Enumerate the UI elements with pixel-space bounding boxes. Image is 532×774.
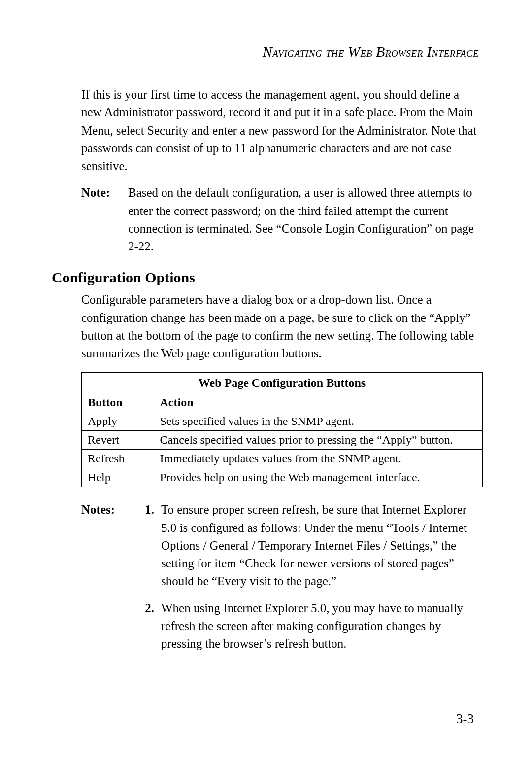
cell-action: Immediately updates values from the SNMP…: [154, 450, 482, 468]
table-caption: Web Page Configuration Buttons: [82, 373, 483, 393]
notes-item-number: 1.: [134, 501, 161, 590]
notes-item-text: When using Internet Explorer 5.0, you ma…: [161, 599, 483, 653]
note-label: Note:: [81, 184, 128, 255]
notes-block: Notes: 1. To ensure proper screen refres…: [81, 501, 483, 662]
notes-item: 2. When using Internet Explorer 5.0, you…: [134, 599, 483, 653]
table-row: Help Provides help on using the Web mana…: [82, 468, 483, 487]
section-paragraph: Configurable parameters have a dialog bo…: [81, 291, 483, 362]
table-header-button: Button: [82, 393, 154, 412]
table-row: Refresh Immediately updates values from …: [82, 450, 483, 468]
cell-action: Provides help on using the Web managemen…: [154, 468, 482, 487]
cell-button: Apply: [82, 412, 154, 431]
cell-button: Revert: [82, 431, 154, 450]
cell-action: Cancels specified values prior to pressi…: [154, 431, 482, 450]
table-header-action: Action: [154, 393, 482, 412]
intro-paragraph: If this is your first time to access the…: [81, 86, 483, 175]
notes-item: 1. To ensure proper screen refresh, be s…: [134, 501, 483, 590]
table-row: Apply Sets specified values in the SNMP …: [82, 412, 483, 431]
section-heading: Configuration Options: [52, 269, 483, 286]
cell-action: Sets specified values in the SNMP agent.: [154, 412, 482, 431]
notes-label: Notes:: [81, 501, 134, 662]
table-row: Revert Cancels specified values prior to…: [82, 431, 483, 450]
config-buttons-table: Web Page Configuration Buttons Button Ac…: [81, 372, 483, 487]
cell-button: Refresh: [82, 450, 154, 468]
note-block: Note: Based on the default configuration…: [81, 184, 483, 255]
page-number: 3-3: [456, 711, 474, 727]
note-body: Based on the default configuration, a us…: [128, 184, 483, 255]
running-head: Navigating the Web Browser Interface: [52, 43, 483, 60]
cell-button: Help: [82, 468, 154, 487]
notes-item-text: To ensure proper screen refresh, be sure…: [161, 501, 483, 590]
notes-item-number: 2.: [134, 599, 161, 653]
